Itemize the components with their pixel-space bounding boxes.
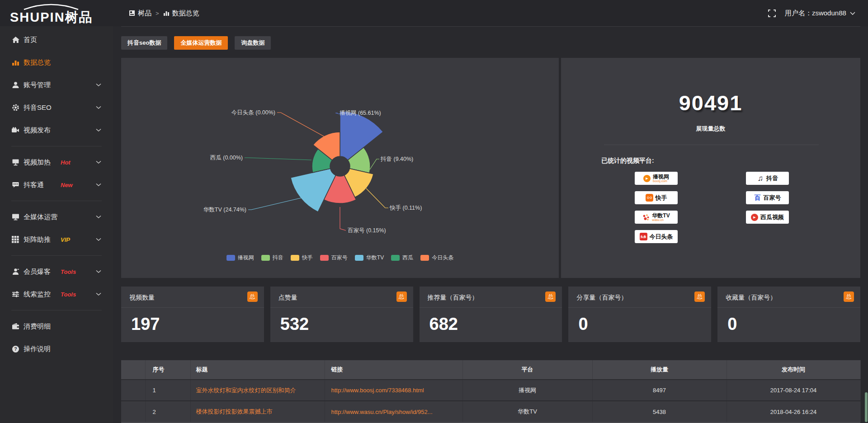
top-bar: SHUPIN树品 树品 > 数据总览 用户名：zswodun88 [0, 0, 868, 26]
fullscreen-icon[interactable] [768, 9, 776, 17]
panel-icon [129, 10, 135, 16]
stat-card-share-count: 分享量（百家号）总0 [568, 287, 711, 342]
sidebar-item-consumption-detail[interactable]: 消费明细 [0, 315, 113, 338]
pie-label: 抖音 (9.40%) [380, 156, 413, 162]
total-badge[interactable]: 总 [247, 291, 258, 302]
sidebar-divider [11, 310, 102, 310]
column-header-发布时间[interactable]: 发布时间 [726, 360, 860, 380]
total-badge[interactable]: 总 [396, 291, 407, 302]
stat-card-recommend-count: 推荐量（百家号）总682 [420, 287, 562, 342]
sidebar-item-omni-media[interactable]: 全媒体运营 [0, 206, 113, 228]
stat-card-value: 682 [429, 315, 458, 334]
sidebar-item-label: 矩阵助推 [24, 235, 51, 244]
chevron-down-icon [96, 238, 101, 241]
sidebar-item-label: 线索监控 [24, 290, 51, 299]
logo-text: SHUPIN树品 [10, 9, 93, 27]
stat-card-value: 0 [578, 315, 588, 334]
sidebar-item-label: 数据总览 [24, 58, 51, 67]
total-badge[interactable]: 总 [545, 291, 556, 302]
username[interactable]: 用户名：zswodun88 [785, 9, 855, 18]
topbar-right: 用户名：zswodun88 [768, 0, 855, 26]
sidebar-item-label: 会员爆客 [24, 268, 51, 276]
platform-name: 百家号 [764, 195, 781, 201]
total-badge[interactable]: 总 [844, 291, 854, 302]
sidebar-item-home[interactable]: 首页 [0, 28, 113, 51]
screen-icon [11, 158, 19, 166]
total-impressions-label: 展现量总数 [561, 125, 860, 133]
column-header-序号[interactable]: 序号 [145, 360, 190, 380]
scrollbar-thumb[interactable] [865, 392, 868, 422]
platform-distribution-panel: 播视网 (65.61%)抖音 (9.40%)快手 (0.11%)百家号 (0.1… [121, 58, 559, 278]
pie-label: 西瓜 (0.00%) [210, 155, 243, 161]
sidebar-item-data-overview[interactable]: 数据总览 [0, 51, 113, 74]
sidebar-item-video-publish[interactable]: 视频发布 [0, 119, 113, 141]
videos-table: 序号标题链接平台播放量发布时间 1室外水纹灯和室内水纹灯的区别和简介http:/… [121, 360, 861, 422]
platform-name: 抖音 [766, 175, 778, 182]
platform-badge-今日头条: 头条今日头条 [635, 230, 678, 243]
card-divider [420, 307, 562, 308]
cell-plays: 8497 [592, 380, 726, 401]
cell-index: 1 [145, 380, 190, 401]
legend-item-抖音[interactable]: 抖音 [261, 254, 283, 262]
breadcrumb-item-shupin[interactable]: 树品 [129, 9, 151, 18]
sidebar-divider [11, 201, 102, 201]
table-body: 1室外水纹灯和室内水纹灯的区别和简介http://www.boosj.com/7… [121, 380, 860, 422]
stat-card-label: 推荐量（百家号） [428, 294, 478, 302]
video-icon [11, 126, 19, 134]
legend-swatch [226, 255, 235, 261]
column-header-平台[interactable]: 平台 [462, 360, 592, 380]
column-header-链接[interactable]: 链接 [325, 360, 462, 380]
total-impressions-value: 90491 [561, 90, 860, 115]
chevron-down-icon [850, 12, 855, 15]
sidebar-item-account-management[interactable]: 账号管理 [0, 74, 113, 96]
legend-item-百家号[interactable]: 百家号 [320, 254, 348, 262]
rose-pie-chart[interactable]: 播视网 (65.61%)抖音 (9.40%)快手 (0.11%)百家号 (0.1… [121, 58, 559, 278]
card-divider [717, 307, 860, 308]
douyin-logo: ♫ [757, 174, 764, 183]
legend-swatch [320, 255, 329, 261]
cell-title-link[interactable]: 楼体投影灯投影效果震撼上市 [190, 401, 325, 422]
legend-swatch [420, 255, 429, 261]
sidebar-item-video-heating[interactable]: 视频加热Hot [0, 151, 113, 174]
legend-item-播视网[interactable]: 播视网 [226, 254, 254, 262]
legend-item-今日头条[interactable]: 今日头条 [420, 254, 453, 262]
breadcrumb-item-data-overview[interactable]: 数据总览 [163, 9, 199, 18]
pie-label-leader [277, 113, 324, 136]
table-header-row: 序号标题链接平台播放量发布时间 [121, 360, 860, 380]
kuaishou-logo [646, 194, 653, 202]
tab-omni-media-data[interactable]: 全媒体运营数据 [174, 36, 228, 50]
cell-url-link[interactable]: http://www.wasu.cn/Play/show/id/952... [325, 401, 462, 422]
tab-douyin-seo-data[interactable]: 抖音seo数据 [121, 36, 167, 50]
sidebar-badge-tools: Tools [61, 268, 76, 275]
sidebar-item-douketong[interactable]: 抖客通New [0, 174, 113, 196]
cell-url-link[interactable]: http://www.boosj.com/7338468.html [325, 380, 462, 401]
column-header-标题[interactable]: 标题 [190, 360, 325, 380]
sidebar-item-operation-guide[interactable]: ?操作说明 [0, 338, 113, 360]
table-row: 1室外水纹灯和室内水纹灯的区别和简介http://www.boosj.com/7… [121, 380, 860, 401]
app-logo[interactable]: SHUPIN树品 [10, 3, 114, 25]
sidebar-item-label: 操作说明 [24, 345, 51, 353]
legend-item-西瓜[interactable]: 西瓜 [391, 254, 413, 262]
stat-card-value: 197 [131, 315, 160, 334]
sidebar-badge-vip: VIP [61, 236, 70, 243]
cell-title-link[interactable]: 室外水纹灯和室内水纹灯的区别和简介 [190, 380, 325, 401]
pie-label: 华数TV (24.74%) [203, 207, 246, 213]
column-header-播放量[interactable]: 播放量 [592, 360, 726, 380]
platform-badge-快手: 快手 [635, 191, 678, 204]
sidebar-item-member-burst[interactable]: 会员爆客Tools [0, 260, 113, 283]
summary-divider [604, 145, 819, 145]
summary-panel: 90491 展现量总数 已统计的视频平台: ▶播视网boosj.com快手华数T… [561, 58, 860, 278]
sidebar-item-douyin-seo[interactable]: 抖音SEO [0, 96, 113, 119]
legend-item-华数TV[interactable]: 华数TV [355, 254, 384, 262]
chevron-down-icon [96, 128, 101, 132]
pie-label: 播视网 (65.61%) [340, 110, 381, 116]
sidebar-item-matrix-boost[interactable]: 矩阵助推VIP [0, 228, 113, 251]
total-badge[interactable]: 总 [694, 291, 705, 302]
tab-inquiry-data[interactable]: 询盘数据 [235, 36, 271, 50]
sliders-icon [11, 290, 19, 298]
legend-item-快手[interactable]: 快手 [291, 254, 313, 262]
sidebar-item-label: 账号管理 [24, 81, 51, 89]
legend-label: 西瓜 [402, 254, 413, 262]
sidebar-item-lead-monitor[interactable]: 线索监控Tools [0, 283, 113, 306]
wallet-icon [11, 322, 19, 330]
